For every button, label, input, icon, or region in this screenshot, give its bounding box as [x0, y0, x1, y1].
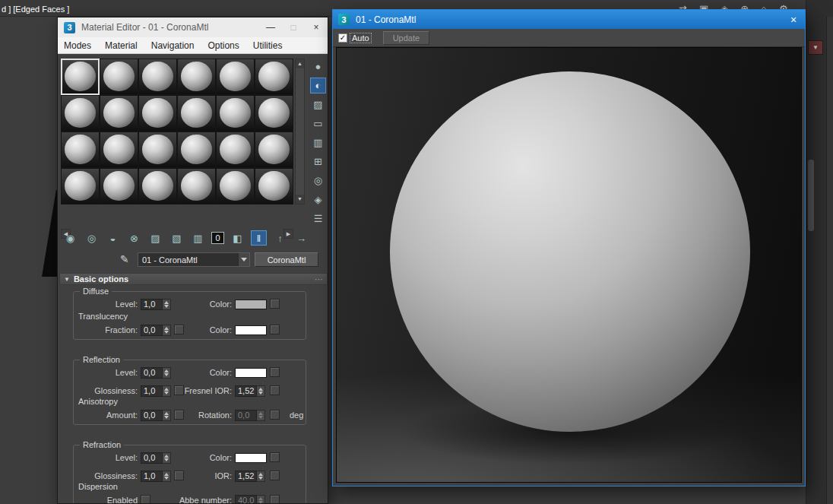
refraction-glossiness-label: Glossiness:	[74, 471, 138, 480]
sample-slot[interactable]	[138, 168, 177, 204]
maximize-button[interactable]: □	[282, 22, 305, 33]
video-color-check-icon[interactable]: ▥	[310, 135, 326, 151]
refraction-ior-map-button[interactable]	[270, 471, 280, 480]
show-material-in-viewport-icon[interactable]: ◧	[230, 230, 245, 246]
sample-slot-scrollbar[interactable]: ▲ ▼	[295, 59, 305, 204]
reflection-color-map-button[interactable]	[270, 367, 280, 377]
update-button[interactable]: Update	[383, 31, 429, 45]
select-by-material-icon[interactable]: ◈	[310, 192, 326, 208]
refraction-color-map-button[interactable]	[270, 452, 280, 462]
sample-type-icon[interactable]: ●	[310, 59, 326, 74]
sample-slot[interactable]	[100, 168, 138, 204]
fresnel-ior-value[interactable]: 1,52	[235, 385, 257, 397]
sample-slot[interactable]	[61, 59, 100, 95]
translucency-color-map-button[interactable]	[270, 325, 280, 334]
dropdown-arrow-icon[interactable]	[238, 253, 249, 266]
refraction-color-swatch[interactable]	[235, 453, 267, 463]
sample-slot[interactable]	[177, 95, 216, 132]
material-name-select[interactable]: 01 - CoronaMtl	[138, 252, 250, 267]
put-material-to-scene-icon[interactable]: ◎	[84, 230, 100, 246]
menu-options[interactable]: Options	[207, 40, 239, 51]
abbe-number-value[interactable]: 40,0	[235, 495, 257, 504]
sample-slot[interactable]	[216, 168, 255, 204]
minimize-button[interactable]: —	[259, 22, 282, 33]
abbe-number-spinner[interactable]: 40,0	[235, 495, 265, 504]
sample-slot[interactable]	[255, 168, 293, 204]
make-unique-icon[interactable]: ▧	[169, 230, 185, 246]
backlight-icon[interactable]: ◐	[310, 78, 326, 94]
spinner-arrows-icon[interactable]	[257, 385, 265, 397]
material-id-channel-icon[interactable]: 0	[211, 232, 224, 244]
close-icon[interactable]: ×	[782, 14, 805, 26]
generate-preview-icon[interactable]: ⊞	[310, 154, 326, 170]
background-icon[interactable]: ▨	[310, 97, 326, 113]
abbe-number-map-button[interactable]	[270, 495, 280, 504]
reset-map-icon[interactable]: ⊗	[126, 230, 142, 246]
sample-slot[interactable]	[61, 168, 100, 204]
refraction-ior-value[interactable]: 1,52	[235, 471, 257, 482]
material-type-button[interactable]: CoronaMtl	[255, 252, 318, 267]
reflection-color-swatch[interactable]	[235, 368, 267, 378]
fresnel-ior-map-button[interactable]	[270, 385, 280, 395]
collapse-arrow-icon: ▼	[64, 276, 70, 283]
sample-slot[interactable]	[100, 132, 138, 168]
dispersion-enabled-checkbox[interactable]	[141, 495, 150, 504]
rollout-basic-options[interactable]: ▼ Basic options ⋯	[59, 273, 328, 285]
sample-slot[interactable]	[177, 168, 216, 204]
sample-slot[interactable]	[61, 95, 100, 132]
sample-slot[interactable]	[216, 95, 255, 132]
right-panel-scrollbar[interactable]	[808, 160, 814, 231]
rotation-spinner[interactable]: 0,0	[235, 410, 265, 421]
translucency-title: Translucency	[78, 312, 128, 321]
spinner-arrows-icon[interactable]	[257, 410, 265, 421]
corona-vfb-titlebar[interactable]: 3 01 - CoronaMtl ×	[333, 10, 805, 29]
get-material-icon[interactable]: ◉	[62, 230, 78, 246]
sample-slot[interactable]	[255, 59, 293, 95]
sample-slot[interactable]	[216, 59, 255, 95]
put-to-library-icon[interactable]: ▥	[190, 230, 206, 246]
menu-utilities[interactable]: Utilities	[253, 40, 283, 51]
diffuse-color-map-button[interactable]	[270, 299, 280, 309]
sample-slot[interactable]	[100, 59, 138, 95]
rotation-value[interactable]: 0,0	[235, 410, 257, 421]
translucency-color-swatch[interactable]	[235, 325, 267, 335]
scroll-down-icon[interactable]: ▼	[296, 195, 304, 204]
go-forward-to-sibling-icon[interactable]: →	[293, 230, 309, 246]
pick-material-eyedropper-icon[interactable]: ✎	[120, 253, 129, 265]
sample-slot[interactable]	[138, 59, 177, 95]
close-button[interactable]: ×	[305, 22, 328, 33]
auto-checkbox-label[interactable]: Auto	[350, 33, 371, 43]
sample-sphere-preview	[258, 62, 289, 91]
sample-slot[interactable]	[61, 132, 100, 168]
sample-slot[interactable]	[216, 132, 255, 168]
sample-slot[interactable]	[255, 95, 293, 132]
material-map-navigator-icon[interactable]: ☰	[310, 211, 326, 227]
menu-navigation[interactable]: Navigation	[151, 40, 195, 51]
material-editor-titlebar[interactable]: 3 Material Editor - 01 - CoronaMtl — □ ×	[58, 17, 328, 37]
rotation-map-button[interactable]	[270, 410, 280, 420]
spinner-arrows-icon[interactable]	[257, 495, 265, 504]
sample-slot[interactable]	[177, 59, 216, 95]
make-material-copy-icon[interactable]: ▨	[147, 230, 163, 246]
refraction-ior-spinner[interactable]: 1,52	[235, 471, 265, 482]
show-end-result-icon[interactable]: ‖	[251, 230, 267, 246]
assign-material-to-selection-icon[interactable]: ◒	[105, 230, 121, 246]
material-editor-toolbar: ◉ ◎ ◒ ⊗ ▨ ▧ ▥ 0 ◧ ‖ ↑ →	[62, 229, 327, 247]
sample-slot[interactable]	[177, 132, 216, 168]
sample-uv-tiling-icon[interactable]: ▭	[310, 116, 326, 132]
menu-material[interactable]: Material	[105, 40, 138, 51]
spinner-arrows-icon[interactable]	[257, 471, 265, 482]
sample-slot[interactable]	[138, 132, 177, 168]
auto-checkbox[interactable]: ✓	[338, 33, 347, 43]
go-to-parent-icon[interactable]: ↑	[272, 230, 288, 246]
sample-slot[interactable]	[255, 132, 293, 168]
viewport-preset-button[interactable]: ▼	[808, 40, 823, 55]
sample-slot[interactable]	[100, 95, 138, 132]
fresnel-ior-spinner[interactable]: 1,52	[235, 385, 265, 397]
refraction-color-label: Color:	[157, 453, 232, 462]
diffuse-color-swatch[interactable]	[235, 300, 267, 309]
options-icon[interactable]: ◎	[310, 173, 326, 189]
scroll-up-icon[interactable]: ▲	[296, 59, 304, 68]
sample-slot[interactable]	[138, 95, 177, 132]
menu-modes[interactable]: Modes	[64, 40, 91, 51]
